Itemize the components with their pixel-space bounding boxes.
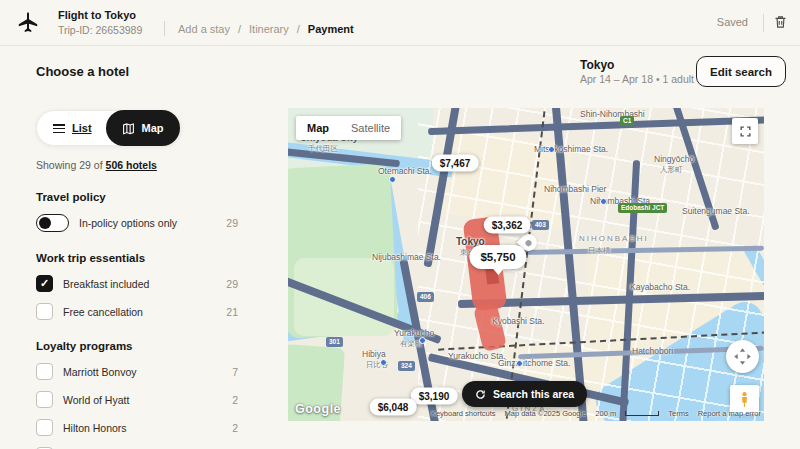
page-title: Choose a hotel [36, 64, 129, 79]
map-label: Shin-Nihombashi [580, 109, 645, 119]
trip-title: Flight to Tokyo [58, 9, 136, 21]
breakfast-checkbox[interactable] [36, 275, 53, 292]
breadcrumb: Add a stay / Itinerary / Payment [178, 23, 354, 35]
breadcrumb-itinerary[interactable]: Itinerary [249, 23, 289, 35]
view-toggle: List Map [36, 110, 181, 146]
travel-policy-heading: Travel policy [36, 191, 238, 203]
route-shield: 301 [326, 337, 343, 347]
price-marker[interactable]: $3,190 [411, 388, 458, 405]
station-icon [548, 146, 555, 153]
hilton-checkbox[interactable] [36, 419, 53, 436]
marriott-label: Marriott Bonvoy [63, 366, 137, 378]
map-label: NIHONBASHI [579, 234, 649, 243]
station-icon [600, 198, 607, 205]
report-map-error-link[interactable]: Report a map error [698, 409, 761, 418]
list-view-label: List [72, 122, 92, 134]
route-shield: Edobashi JCT [618, 203, 667, 213]
station-icon [516, 360, 523, 367]
terms-link[interactable]: Terms [668, 409, 688, 418]
map-attribution: Keyboard shortcuts Map data ©2025 Google… [431, 409, 761, 418]
map-canvas[interactable]: Map Satellite Search this area Google Ke… [288, 108, 764, 421]
hyatt-count: 2 [232, 394, 238, 406]
breadcrumb-separator: / [297, 23, 300, 35]
airplane-icon [16, 10, 40, 38]
scale-text: 200 m [595, 409, 616, 418]
in-policy-label: In-policy options only [79, 217, 177, 229]
map-label: Hibiya [362, 349, 386, 359]
google-logo: Google [295, 402, 341, 416]
hilton-label: Hilton Honors [63, 422, 127, 434]
marriott-checkbox[interactable] [36, 363, 53, 380]
park-shape [294, 258, 394, 336]
price-marker[interactable]: $7,467 [432, 155, 479, 172]
destination-dates: Apr 14 – Apr 18 • 1 adult [580, 73, 694, 85]
breakfast-count: 29 [226, 278, 238, 290]
search-this-area-button[interactable]: Search this area [462, 381, 587, 407]
fullscreen-button[interactable] [732, 118, 758, 144]
price-marker[interactable]: $3,362 [484, 217, 531, 234]
pan-arrows-icon [732, 346, 753, 367]
route-shield: 406 [417, 292, 434, 302]
filters-sidebar: List Map Showing 29 of506 hotels Travel … [36, 110, 238, 449]
map-label: Kayabacho Sta. [630, 282, 690, 292]
hyatt-filter-row: World of Hyatt 2 [36, 391, 238, 408]
loyalty-heading: Loyalty programs [36, 340, 238, 352]
satellite-tab[interactable]: Satellite [340, 116, 401, 140]
keyboard-shortcuts-link[interactable]: Keyboard shortcuts [431, 409, 496, 418]
map-label: 日本橋 [588, 246, 611, 256]
free-cancellation-label: Free cancellation [63, 306, 143, 318]
pan-control[interactable] [726, 340, 759, 373]
search-this-area-label: Search this area [493, 388, 574, 400]
scale-bar [625, 411, 659, 416]
map-label: Otemachi Sta. [378, 166, 432, 176]
map-view-button[interactable]: Map [106, 110, 180, 146]
price-marker[interactable]: $6,048 [370, 399, 417, 416]
free-cancellation-filter-row: Free cancellation 21 [36, 303, 238, 320]
map-label: 人形町 [660, 165, 683, 175]
marriott-filter-row: Marriott Bonvoy 7 [36, 363, 238, 380]
breakfast-filter-row: Breakfast included 29 [36, 275, 238, 292]
saved-status: Saved [717, 16, 748, 28]
results-summary-text: Showing 29 of [36, 159, 103, 171]
hotels-count-link[interactable]: 506 hotels [106, 159, 157, 171]
topbar-divider [164, 21, 165, 36]
hilton-count: 2 [232, 422, 238, 434]
breadcrumb-separator: / [238, 23, 241, 35]
toggle-knob [39, 217, 51, 229]
delete-trip-button[interactable] [773, 13, 788, 34]
route-shield: 403 [532, 220, 549, 230]
in-policy-toggle[interactable] [36, 214, 69, 232]
map-label: Ginza-itchome Sta. [498, 358, 570, 368]
list-view-button[interactable]: List [37, 122, 106, 134]
breakfast-label: Breakfast included [63, 278, 149, 290]
map-label: Ningyōchō [654, 154, 694, 164]
destination-name: Tokyo [580, 58, 614, 72]
route-shield: 324 [398, 361, 415, 371]
free-cancellation-checkbox[interactable] [36, 303, 53, 320]
route-shield: C1 [620, 116, 634, 126]
hilton-filter-row: Hilton Honors 2 [36, 419, 238, 436]
marriott-count: 7 [232, 366, 238, 378]
hyatt-checkbox[interactable] [36, 391, 53, 408]
breadcrumb-add-a-stay[interactable]: Add a stay [178, 23, 230, 35]
map-label: Hatchobori [632, 346, 673, 356]
map-label: Nihombashi Pier [544, 184, 606, 194]
station-icon [389, 176, 396, 183]
trip-id: Trip-ID: 26653989 [58, 24, 142, 36]
map-label: 千代田区 [308, 144, 338, 154]
map-type-control: Map Satellite [296, 116, 401, 140]
in-policy-count: 29 [226, 217, 238, 229]
edit-search-button[interactable]: Edit search [696, 56, 786, 87]
map-label: Yurakucho Sta. [448, 351, 506, 361]
map-tab[interactable]: Map [296, 116, 340, 140]
price-marker[interactable]: $5,750 [469, 245, 526, 269]
breadcrumb-payment[interactable]: Payment [308, 23, 354, 35]
refresh-icon [475, 389, 486, 400]
station-icon [419, 337, 426, 344]
map-label: Nijubashimae Sta. [372, 252, 441, 262]
map-label: Mitsukoshimae Sta. [534, 144, 608, 154]
work-trip-heading: Work trip essentials [36, 252, 238, 264]
map-data-text: Map data ©2025 Google [505, 409, 587, 418]
in-policy-filter-row: In-policy options only 29 [36, 214, 238, 232]
topbar-divider [763, 14, 764, 32]
